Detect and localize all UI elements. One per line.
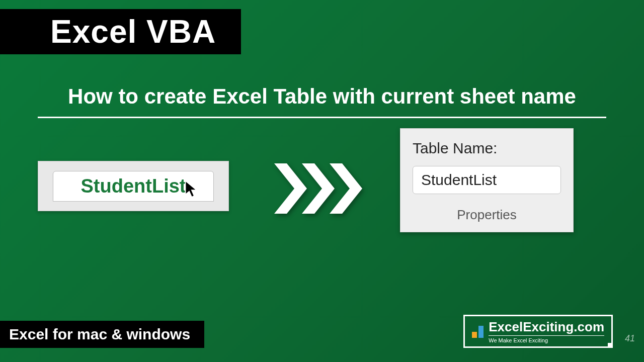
title-bar: Excel VBA [0, 9, 241, 54]
sheet-tab-widget: StudentList [38, 161, 229, 211]
brand-logo-icon [472, 326, 484, 338]
sheet-tab-label: StudentList [81, 175, 186, 197]
brand-name: ExcelExciting.com [489, 320, 604, 333]
subtitle: How to create Excel Table with current s… [38, 84, 606, 118]
cursor-icon [184, 179, 199, 204]
table-name-input[interactable] [413, 166, 561, 194]
brand-box: ExcelExciting.com We Make Excel Exciting [463, 315, 613, 348]
platform-bar: Excel for mac & windows [0, 321, 204, 348]
sheet-tab[interactable]: StudentList [53, 171, 214, 202]
panel-section-label: Properties [413, 207, 561, 223]
properties-panel: Table Name: Properties [400, 128, 574, 232]
table-name-label: Table Name: [413, 140, 561, 157]
page-number: 41 [625, 333, 635, 344]
page-title: Excel VBA [50, 13, 216, 50]
platform-text: Excel for mac & windows [9, 326, 190, 343]
brand-tagline: We Make Excel Exciting [489, 335, 604, 343]
arrow-icon [272, 161, 362, 216]
